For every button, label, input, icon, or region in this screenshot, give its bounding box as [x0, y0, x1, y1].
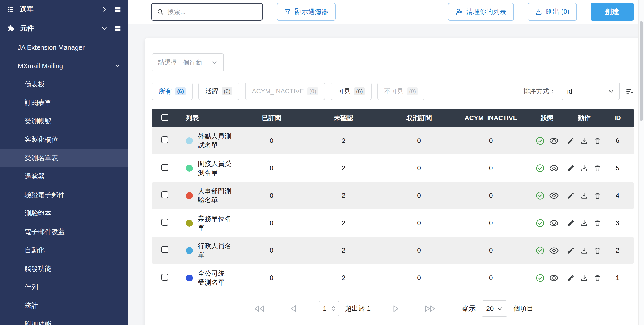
- table-header: 列表 已訂閱 未確認 取消訂閱 ACYM_INACTIVE 狀態 動作 ID: [152, 109, 634, 127]
- visibility-eye-icon[interactable]: [549, 163, 559, 173]
- status-active-icon[interactable]: [536, 273, 545, 282]
- sidebar-item-verify-emails[interactable]: 驗證電子郵件: [0, 186, 128, 204]
- list-name[interactable]: 間接人員受測名單: [198, 159, 235, 177]
- delete-trash-icon[interactable]: [594, 137, 602, 145]
- sidebar-item-lists[interactable]: 受測名單表: [0, 149, 128, 167]
- visibility-eye-icon[interactable]: [549, 273, 559, 283]
- export-download-icon[interactable]: [580, 137, 588, 145]
- edit-pencil-icon[interactable]: [567, 219, 575, 227]
- filter-tab-active[interactable]: 活躍 (6): [198, 83, 239, 100]
- sidebar-item-queue[interactable]: 佇列: [0, 278, 128, 296]
- stepper-up-icon[interactable]: [332, 306, 335, 308]
- column-header-unconfirmed[interactable]: 未確認: [304, 114, 383, 122]
- page-number-input[interactable]: [319, 301, 339, 316]
- sidebar-menu-header[interactable]: 選單: [0, 0, 128, 19]
- row-checkbox[interactable]: [162, 219, 168, 226]
- visibility-eye-icon[interactable]: [549, 191, 559, 201]
- filter-tab-all[interactable]: 所有 (6): [152, 83, 192, 100]
- select-all-checkbox[interactable]: [162, 114, 168, 121]
- per-page-select[interactable]: 20: [482, 300, 508, 317]
- sidebar-item-custom-fields[interactable]: 客製化欄位: [0, 130, 128, 149]
- edit-pencil-icon[interactable]: [567, 246, 575, 255]
- sidebar-item-mxmail-mailing[interactable]: MXmail Mailing: [0, 57, 128, 75]
- sidebar-item-templates[interactable]: 測驗範本: [0, 204, 128, 223]
- previous-page-button[interactable]: [289, 303, 299, 314]
- row-checkbox[interactable]: [162, 136, 168, 143]
- row-checkbox[interactable]: [162, 274, 168, 280]
- delete-trash-icon[interactable]: [594, 246, 602, 255]
- status-active-icon[interactable]: [536, 136, 545, 145]
- grid-icon[interactable]: [114, 6, 122, 13]
- row-checkbox[interactable]: [162, 191, 168, 198]
- last-page-button[interactable]: [424, 303, 437, 314]
- column-header-id[interactable]: ID: [602, 114, 634, 122]
- filter-tab-hidden[interactable]: 不可見 (0): [377, 83, 424, 100]
- export-download-icon[interactable]: [580, 164, 588, 172]
- sidebar-item-addons[interactable]: 附加功能: [0, 315, 128, 325]
- column-header-list[interactable]: 列表: [175, 114, 239, 122]
- edit-pencil-icon[interactable]: [567, 137, 575, 145]
- visibility-eye-icon[interactable]: [549, 218, 559, 228]
- export-download-icon[interactable]: [580, 246, 588, 255]
- sidebar-item-triggers[interactable]: 觸發功能: [0, 259, 128, 278]
- sidebar-components-header[interactable]: 元件: [0, 19, 128, 38]
- stepper-down-icon[interactable]: [332, 309, 335, 312]
- edit-pencil-icon[interactable]: [567, 164, 575, 172]
- column-header-inactive[interactable]: ACYM_INACTIVE: [455, 114, 527, 122]
- status-active-icon[interactable]: [536, 218, 545, 228]
- filter-tab-inactive[interactable]: ACYM_INACTIVE (0): [245, 83, 325, 100]
- list-id: 4: [602, 192, 634, 199]
- sidebar-item-automation[interactable]: 自動化: [0, 241, 128, 259]
- edit-pencil-icon[interactable]: [567, 192, 575, 200]
- sort-direction-icon[interactable]: [626, 87, 634, 95]
- show-filters-button[interactable]: 顯示過濾器: [277, 3, 336, 21]
- column-header-subscribed[interactable]: 已訂閱: [239, 114, 304, 122]
- clean-lists-button[interactable]: 清理你的列表: [448, 3, 514, 21]
- status-active-icon[interactable]: [536, 246, 545, 255]
- sidebar-item-email-overrides[interactable]: 電子郵件覆蓋: [0, 223, 128, 241]
- delete-trash-icon[interactable]: [594, 192, 602, 200]
- list-name[interactable]: 外點人員測試名單: [198, 132, 235, 150]
- next-page-button[interactable]: [390, 303, 400, 314]
- sort-select[interactable]: id: [562, 83, 620, 100]
- export-download-icon[interactable]: [580, 274, 588, 282]
- sidebar-item-statistics[interactable]: 統計: [0, 296, 128, 315]
- export-button[interactable]: 匯出 (0): [528, 3, 577, 21]
- status-active-icon[interactable]: [536, 191, 545, 200]
- grid-icon[interactable]: [114, 25, 122, 32]
- list-name[interactable]: 業務單位名單: [198, 214, 235, 232]
- scrollbar-thumb[interactable]: [640, 21, 643, 121]
- chevron-down-icon[interactable]: [101, 25, 108, 31]
- page-stepper[interactable]: [332, 306, 335, 312]
- export-download-icon[interactable]: [580, 219, 588, 227]
- scrollbar-track[interactable]: [638, 0, 644, 325]
- sidebar-item-users[interactable]: 受測帳號: [0, 112, 128, 130]
- search-box[interactable]: [151, 3, 263, 21]
- column-header-status[interactable]: 狀態: [527, 114, 567, 122]
- list-name[interactable]: 全公司統一受測名單: [198, 269, 235, 287]
- visibility-eye-icon[interactable]: [549, 246, 559, 255]
- delete-trash-icon[interactable]: [594, 164, 602, 172]
- row-checkbox[interactable]: [162, 246, 168, 253]
- list-name[interactable]: 人事部門測驗名單: [198, 187, 235, 204]
- first-page-button[interactable]: [252, 303, 266, 314]
- visibility-eye-icon[interactable]: [549, 136, 559, 146]
- status-active-icon[interactable]: [536, 164, 545, 173]
- column-header-unsubscribed[interactable]: 取消訂閱: [383, 114, 455, 122]
- list-name[interactable]: 行政人員名單: [198, 241, 235, 259]
- sidebar-item-dashboard[interactable]: 儀表板: [0, 75, 128, 94]
- sidebar-item-ja-extension-manager[interactable]: JA Extension Manager: [0, 38, 128, 57]
- create-button[interactable]: 創建: [590, 3, 634, 21]
- sidebar-item-filters[interactable]: 過濾器: [0, 167, 128, 186]
- filter-tab-visible[interactable]: 可見 (6): [331, 83, 372, 100]
- delete-trash-icon[interactable]: [594, 274, 602, 282]
- export-download-icon[interactable]: [580, 192, 588, 200]
- delete-trash-icon[interactable]: [594, 219, 602, 227]
- chevron-right-icon[interactable]: [101, 6, 108, 13]
- sidebar-item-forms[interactable]: 訂閱表單: [0, 94, 128, 112]
- edit-pencil-icon[interactable]: [567, 274, 575, 282]
- bulk-action-select[interactable]: 請選擇一個行動: [152, 54, 224, 72]
- page-number-field[interactable]: [323, 305, 331, 312]
- search-input[interactable]: [168, 8, 257, 16]
- row-checkbox[interactable]: [162, 164, 168, 171]
